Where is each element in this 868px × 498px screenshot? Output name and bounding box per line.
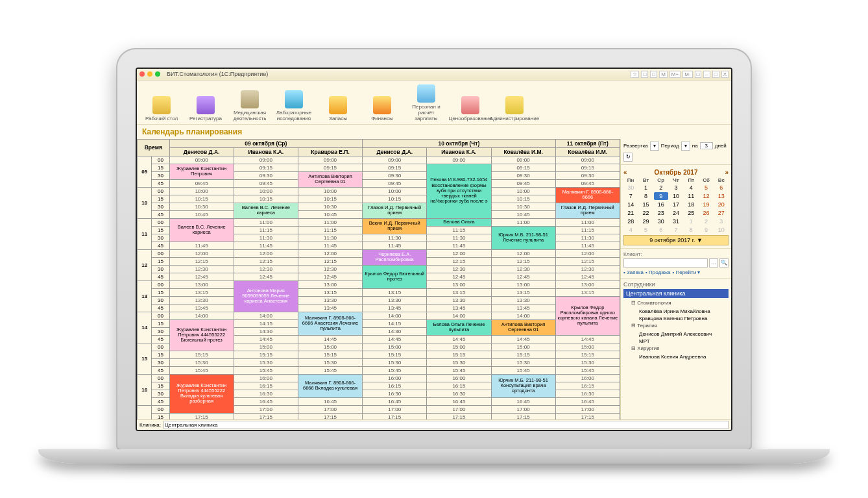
appointment-cell[interactable]: Журавлев Константин Петрович 444555222 Б… — [169, 319, 234, 351]
empty-slot[interactable]: 13:00 — [169, 280, 234, 288]
appointment-cell[interactable]: Крылов Федор Бюгельный протез — [363, 265, 427, 288]
days-input[interactable] — [700, 142, 713, 149]
empty-slot[interactable]: 17:00 — [363, 405, 427, 413]
tree-group[interactable]: ⊟ Стоматология — [631, 299, 729, 306]
empty-slot[interactable]: 13:30 — [363, 296, 427, 304]
cal-day[interactable]: 6 — [714, 184, 729, 192]
empty-slot[interactable]: 16:30 — [363, 390, 427, 397]
empty-slot[interactable]: 14:15 — [234, 319, 298, 327]
empty-slot[interactable]: 13:15 — [169, 288, 234, 296]
empty-slot[interactable]: 16:00 — [363, 374, 427, 382]
cal-day[interactable]: 17 — [669, 201, 683, 208]
empty-slot[interactable]: 13:00 — [555, 280, 620, 288]
empty-slot[interactable]: 16:45 — [491, 397, 555, 405]
empty-slot[interactable]: 11:00 — [491, 218, 555, 226]
empty-slot[interactable]: 10:45 — [169, 210, 234, 218]
window-control[interactable]: X — [721, 71, 729, 78]
cal-day[interactable]: 24 — [669, 209, 683, 217]
toolbar-item[interactable]: Ценообразование — [450, 83, 491, 123]
empty-slot[interactable]: 16:15 — [427, 382, 491, 390]
empty-slot[interactable]: 14:30 — [363, 327, 427, 335]
empty-slot[interactable]: 09:00 — [169, 156, 234, 164]
appointment-cell[interactable]: Малявкин Г. 8908-666-6666 Анастезия Лече… — [298, 312, 362, 335]
selected-date-label[interactable]: 9 октября 2017 г. ▼ — [623, 235, 729, 245]
empty-slot[interactable]: 10:15 — [298, 195, 362, 203]
empty-slot[interactable]: 13:15 — [427, 288, 491, 296]
cal-day[interactable]: 5 — [638, 226, 653, 234]
empty-slot[interactable]: 12:30 — [555, 265, 620, 273]
empty-slot[interactable]: 13:30 — [427, 296, 491, 304]
empty-slot[interactable]: 09:15 — [298, 164, 362, 171]
cal-day[interactable]: 1 — [638, 184, 653, 192]
empty-slot[interactable]: 12:15 — [298, 257, 362, 265]
window-control[interactable]: ☆ — [631, 71, 639, 78]
empty-slot[interactable]: 10:00 — [169, 187, 234, 195]
empty-slot[interactable]: 09:00 — [491, 156, 555, 164]
empty-slot[interactable]: 17:00 — [491, 405, 555, 413]
empty-slot[interactable]: 15:15 — [169, 351, 234, 358]
empty-slot[interactable]: 16:45 — [298, 397, 362, 405]
window-control[interactable]: M — [659, 71, 668, 78]
doctor-header[interactable]: Кравцова Е.П. — [298, 147, 362, 156]
toolbar-item[interactable]: Запасы — [317, 83, 359, 123]
window-control[interactable]: M+ — [669, 71, 681, 78]
cal-day[interactable]: 12 — [699, 192, 713, 200]
cal-day[interactable]: 29 — [638, 218, 653, 225]
empty-slot[interactable]: 16:45 — [555, 397, 620, 405]
empty-slot[interactable]: 11:45 — [427, 242, 491, 249]
empty-slot[interactable]: 17:00 — [234, 405, 298, 413]
empty-slot[interactable]: 11:45 — [298, 242, 362, 249]
doctor-header[interactable]: Денисов Д.А. — [169, 147, 234, 156]
empty-slot[interactable]: 11:30 — [298, 234, 362, 242]
cal-day[interactable]: 2 — [654, 184, 668, 192]
empty-slot[interactable]: 12:30 — [427, 265, 491, 273]
empty-slot[interactable]: 12:00 — [427, 249, 491, 257]
appointment-cell[interactable]: Белова Ольга Лечение пульпита — [427, 319, 491, 335]
empty-slot[interactable]: 12:45 — [427, 273, 491, 280]
empty-slot[interactable]: 16:30 — [427, 390, 491, 397]
empty-slot[interactable]: 11:30 — [234, 234, 298, 242]
empty-slot[interactable]: 17:00 — [298, 405, 362, 413]
empty-slot[interactable]: 16:30 — [234, 390, 298, 397]
empty-slot[interactable]: 13:00 — [298, 280, 362, 288]
client-link[interactable]: • Перейти ▾ — [672, 269, 700, 275]
empty-slot[interactable]: 10:00 — [298, 187, 362, 195]
empty-slot[interactable]: 10:45 — [298, 210, 362, 218]
empty-slot[interactable]: 13:15 — [491, 288, 555, 296]
appointment-cell[interactable]: Антипова Виктория Сергеевна 01 — [491, 319, 555, 335]
minimize-icon[interactable] — [147, 71, 152, 77]
empty-slot[interactable]: 12:45 — [555, 273, 620, 280]
empty-slot[interactable]: 13:15 — [555, 288, 620, 296]
window-control[interactable]: □ — [650, 71, 657, 78]
empty-slot[interactable]: 10:00 — [234, 187, 298, 195]
empty-slot[interactable]: 09:45 — [491, 179, 555, 187]
window-control[interactable]: □ — [641, 71, 648, 78]
cal-day[interactable]: 19 — [699, 201, 713, 208]
window-control[interactable]: – — [703, 71, 710, 78]
period-button[interactable]: ▾ — [681, 142, 690, 151]
empty-slot[interactable]: 09:45 — [234, 179, 298, 187]
empty-slot[interactable]: 11:00 — [234, 218, 298, 226]
tree-item[interactable]: Иванова Ксения Андреевна — [639, 353, 729, 360]
doctor-header[interactable]: Ковалёва И.М. — [491, 147, 555, 156]
empty-slot[interactable]: 12:30 — [491, 265, 555, 273]
empty-slot[interactable]: 15:30 — [427, 358, 491, 366]
empty-slot[interactable]: 13:45 — [427, 304, 491, 312]
cal-day[interactable]: 30 — [623, 184, 638, 192]
empty-slot[interactable]: 12:45 — [234, 273, 298, 280]
window-control[interactable]: □ — [695, 71, 702, 78]
empty-slot[interactable]: 11:00 — [555, 218, 620, 226]
appointment-cell[interactable]: Журавлев Константин Петрович — [169, 164, 234, 179]
empty-slot[interactable]: 15:45 — [491, 366, 555, 374]
empty-slot[interactable]: 15:45 — [363, 366, 427, 374]
cal-day[interactable]: 10 — [669, 192, 683, 200]
tree-item[interactable]: Кравцова Евгения Петровна — [639, 315, 729, 322]
toolbar-item[interactable]: Регистратура — [185, 83, 226, 123]
empty-slot[interactable]: 11:15 — [427, 226, 491, 234]
empty-slot[interactable]: 14:00 — [363, 312, 427, 319]
doctor-header[interactable]: Иванова К.А. — [234, 147, 298, 156]
empty-slot[interactable]: 09:30 — [363, 171, 427, 179]
window-control[interactable]: □ — [712, 71, 719, 78]
empty-slot[interactable]: 11:30 — [427, 234, 491, 242]
appointment-cell[interactable]: Черняева Е.А. Распломбировка — [363, 249, 427, 265]
